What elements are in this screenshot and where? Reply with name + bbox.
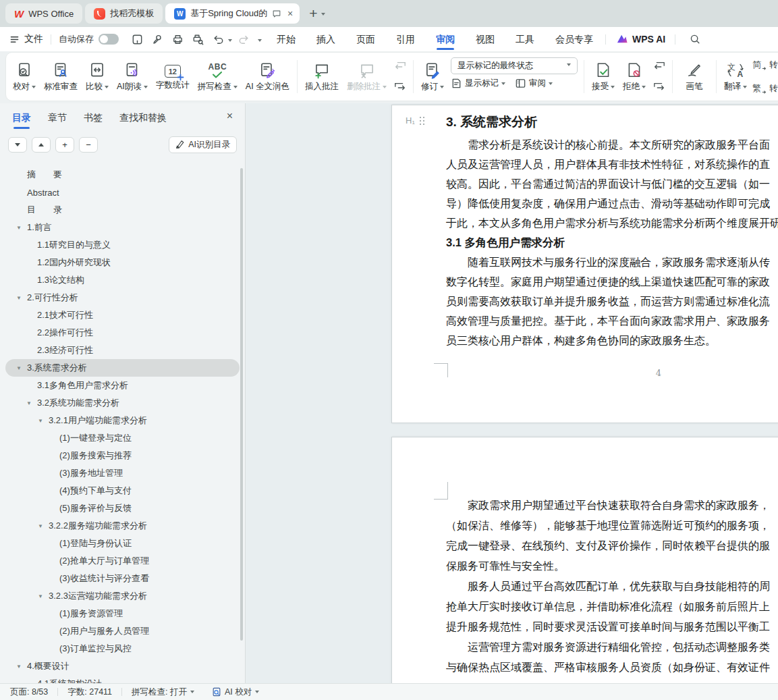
tab-find-replace[interactable]: 查找和替换	[119, 103, 167, 132]
toc-item[interactable]: ▼2.可行性分析	[5, 289, 240, 306]
new-tab-button[interactable]: +	[309, 5, 317, 22]
tab-contents[interactable]: 目录	[12, 103, 31, 132]
toc-item[interactable]: (1)登陆与身份认证	[5, 535, 240, 552]
tab-bookmarks[interactable]: 书签	[84, 103, 103, 132]
toc-item[interactable]: (2)用户与服务人员管理	[5, 622, 240, 640]
toc-item[interactable]: Abstract	[5, 184, 240, 201]
delete-comment-button[interactable]: 删除批注	[343, 55, 391, 99]
document-text-line[interactable]: 于此，本文从多角色用户需求分析与系统功能需求分析两个维度展开研	[446, 213, 778, 233]
document-text-line[interactable]: 抢单大厅实时接收订单信息，并借助标准化流程（如服务前后照片上	[446, 597, 778, 617]
reviewing-pane-button[interactable]: 审阅	[515, 78, 553, 89]
toc-item[interactable]: (5)服务评价与反馈	[5, 500, 240, 517]
collapse-arrow-icon[interactable]: ▼	[16, 224, 27, 230]
subsection-heading[interactable]: 3.1 多角色用户需求分析	[446, 233, 778, 252]
document-text-line[interactable]: 与确保热点区域覆盖、严格审核服务人员资质（如身份证、有效证件	[446, 657, 778, 678]
to-simplified-button[interactable]: 繁 转简	[752, 82, 778, 95]
tab-close-icon[interactable]: ×	[286, 8, 294, 19]
proofread-button[interactable]: 校对	[9, 55, 40, 99]
collapse-arrow-icon[interactable]: ▼	[26, 400, 37, 406]
next-comment-button[interactable]	[393, 81, 408, 93]
ai-read-aloud-button[interactable]: AI朗读	[113, 55, 152, 99]
print-preview-button[interactable]	[190, 31, 206, 47]
menu-tab[interactable]: 引用	[396, 27, 415, 51]
collapse-arrow-icon[interactable]: ▼	[16, 663, 27, 669]
document-text-line[interactable]: 员则需要高效获取订单并提升服务收益，而运营方则需通过标准化流	[446, 292, 778, 311]
toc-collapse-button[interactable]: −	[79, 137, 98, 153]
reject-revision-button[interactable]: 拒绝	[619, 55, 650, 99]
menu-tab[interactable]: 页面	[356, 27, 375, 51]
toc-item[interactable]: 2.3经济可行性	[5, 342, 240, 359]
word-count-indicator[interactable]: 字数: 27411	[67, 686, 112, 698]
next-revision-button[interactable]	[652, 81, 667, 93]
ai-polish-button[interactable]: AI 全文润色	[242, 55, 294, 99]
toc-item[interactable]: (1)服务资源管理	[5, 605, 240, 622]
file-menu[interactable]: 文件	[9, 33, 43, 45]
toc-item[interactable]: ▼1.前言	[5, 219, 240, 236]
toc-item[interactable]: ▼4.概要设计	[5, 657, 240, 675]
redo-button[interactable]	[235, 31, 252, 47]
print-button[interactable]	[169, 31, 186, 47]
section-heading[interactable]: 3. 系统需求分析	[446, 113, 778, 131]
collapse-arrow-icon[interactable]: ▼	[38, 417, 49, 423]
undo-button[interactable]	[210, 31, 226, 47]
document-text-line[interactable]: 完成一键登录、在线预约、支付及评价操作，同时依赖平台提供的服	[446, 536, 778, 556]
toc-item[interactable]: (2)服务搜索与推荐	[5, 447, 240, 464]
search-icon[interactable]	[687, 31, 703, 47]
collapse-arrow-icon[interactable]: ▼	[16, 294, 27, 300]
tab-docer-templates[interactable]: 找稻壳模板	[85, 3, 163, 24]
document-text-line[interactable]: 需求分析是系统设计的核心前提。本文所研究的家政服务平台面	[446, 135, 778, 155]
toc-item[interactable]: ▼3.2系统功能需求分析	[5, 394, 240, 412]
undo-chevron-icon[interactable]	[228, 39, 232, 44]
to-traditional-button[interactable]: 简 转繁	[752, 59, 778, 71]
document-text-line[interactable]: （如保洁、维修等），能够基于地理位置筛选附近可预约的服务项，	[446, 516, 778, 536]
toc-next-heading-button[interactable]	[8, 137, 27, 153]
document-text-line[interactable]: 保服务可靠性与安全性。	[446, 556, 778, 576]
document-page-5[interactable]: 家政需求用户期望通过平台快速获取符合自身需求的家政服务，（如保洁、维修等），能够…	[391, 437, 778, 683]
toc-previous-heading-button[interactable]	[32, 137, 51, 153]
tab-document[interactable]: W 基于Spring Cloud的家政服务 ×	[165, 3, 300, 24]
tab-comment-icon[interactable]	[272, 9, 281, 18]
document-text-line[interactable]: 家政需求用户期望通过平台快速获取符合自身需求的家政服务，	[446, 495, 778, 516]
sidebar-close-icon[interactable]: ×	[227, 110, 233, 122]
quickbar-chevron-icon[interactable]	[258, 39, 262, 44]
page-indicator[interactable]: 页面: 8/53	[10, 686, 48, 698]
previous-revision-button[interactable]	[652, 60, 667, 72]
insert-comment-button[interactable]: 插入批注	[301, 55, 343, 99]
ink-brush-button[interactable]: 画笔	[676, 55, 713, 99]
document-text-line[interactable]: 运营管理方需对服务资源进行精细化管控，包括动态调整服务类	[446, 637, 778, 657]
toc-item[interactable]: 1.2国内外研究现状	[5, 254, 240, 271]
toc-item[interactable]: 2.2操作可行性	[5, 324, 240, 342]
toc-item[interactable]: 摘 要	[5, 166, 240, 184]
menu-tab[interactable]: 开始	[277, 27, 296, 51]
document-text-line[interactable]: 提升服务规范性，同时要求灵活设置可接单时间与服务范围以平衡工	[446, 617, 778, 637]
document-text-line[interactable]: 数字化转型。家庭用户期望通过便捷的线上渠道快速匹配可靠的家政	[446, 272, 778, 292]
document-text-line[interactable]: 人员及运营管理人员，用户群体具有非技术性特征，对系统操作的直	[446, 155, 778, 174]
sidebar-scrollbar[interactable]	[240, 168, 243, 641]
menu-tab[interactable]: 视图	[476, 27, 495, 51]
heading-drag-handle[interactable]: H₁	[406, 115, 426, 126]
toc-item[interactable]: (3)收益统计与评分查看	[5, 570, 240, 587]
toc-expand-button[interactable]: +	[55, 137, 74, 153]
document-text-line[interactable]: 导）降低使用复杂度，确保用户通过点击、滑动等基础动作即可完成	[446, 194, 778, 213]
autosave-toggle[interactable]	[99, 34, 119, 45]
wps-ai-button[interactable]: WPS AI	[616, 34, 665, 45]
track-changes-button[interactable]: 修订	[417, 55, 448, 99]
show-markup-button[interactable]: 显示标记	[451, 78, 505, 89]
tab-list-chevron-icon[interactable]	[321, 13, 325, 18]
previous-comment-button[interactable]	[393, 60, 408, 72]
document-text-line[interactable]: 服务人员通过平台高效匹配订单，优先获取与自身技能相符的周	[446, 576, 778, 597]
menu-tab[interactable]: 工具	[516, 27, 534, 51]
save-button[interactable]	[129, 31, 145, 47]
menu-tab[interactable]: 会员专享	[555, 27, 593, 51]
word-count-button[interactable]: 12 字数统计	[152, 55, 194, 99]
ai-identify-toc-button[interactable]: AI识别目录	[169, 136, 237, 153]
document-text-line[interactable]: 高效管理与质量把控。基于此，本平台面向家政需求用户、家政服务	[446, 311, 778, 331]
ai-proofread-button[interactable]: AI 校对	[212, 686, 259, 698]
toc-item[interactable]: (1)一键登录与定位	[5, 429, 240, 447]
toc-item[interactable]: 4.1系统架构设计	[5, 675, 240, 683]
toc-item[interactable]: (4)预约下单与支付	[5, 482, 240, 500]
translate-button[interactable]: 文 A 翻译	[720, 55, 751, 99]
toc-item[interactable]: 目 录	[5, 201, 240, 219]
toc-item[interactable]: (3)服务地址管理	[5, 464, 240, 482]
toc-item[interactable]: 2.1技术可行性	[5, 306, 240, 324]
